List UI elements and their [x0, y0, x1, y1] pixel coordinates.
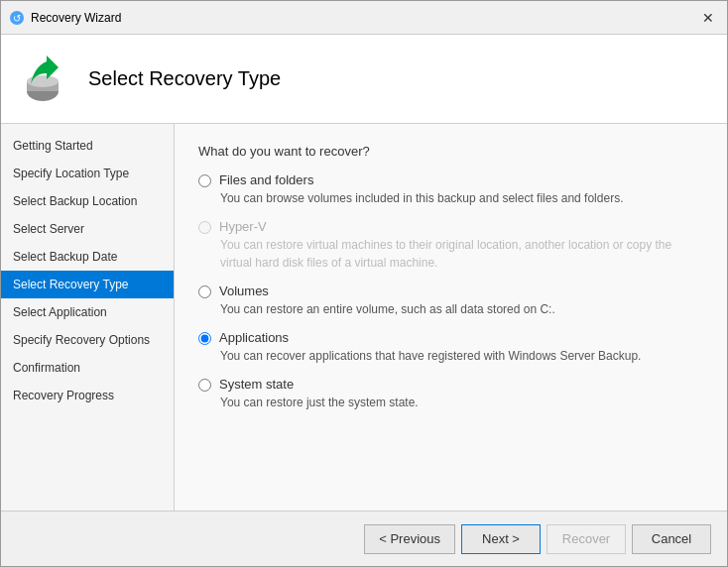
- title-bar-left: ↺ Recovery Wizard: [9, 10, 121, 26]
- window: ↺ Recovery Wizard ✕ Select Recovery Type…: [0, 0, 728, 567]
- question-text: What do you want to recover?: [198, 144, 703, 159]
- label-files-and-folders[interactable]: Files and folders: [219, 172, 313, 187]
- desc-hyper-v: You can restore virtual machines to thei…: [220, 236, 703, 272]
- radio-applications[interactable]: [198, 332, 211, 345]
- header-icon: [21, 54, 72, 105]
- option-row-system-state: System state: [198, 377, 703, 392]
- radio-volumes[interactable]: [198, 285, 211, 298]
- title-bar-text: Recovery Wizard: [31, 11, 121, 25]
- option-applications: Applications You can recover application…: [198, 330, 703, 365]
- option-row-hyperv: Hyper-V: [198, 219, 703, 234]
- close-button[interactable]: ✕: [697, 7, 719, 29]
- sidebar-item-select-recovery-type[interactable]: Select Recovery Type: [1, 271, 174, 298]
- option-row-applications: Applications: [198, 330, 703, 345]
- wizard-icon: [21, 54, 72, 105]
- radio-system-state[interactable]: [198, 379, 211, 392]
- svg-text:↺: ↺: [13, 13, 21, 24]
- cancel-button[interactable]: Cancel: [632, 524, 711, 554]
- titlebar-icon: ↺: [9, 10, 25, 26]
- option-volumes: Volumes You can restore an entire volume…: [198, 284, 703, 318]
- sidebar-item-getting-started[interactable]: Getting Started: [1, 132, 174, 160]
- sidebar-item-select-server[interactable]: Select Server: [1, 215, 174, 243]
- previous-button[interactable]: < Previous: [364, 524, 455, 554]
- option-system-state: System state You can restore just the sy…: [198, 377, 703, 411]
- sidebar-item-select-backup-date[interactable]: Select Backup Date: [1, 243, 174, 271]
- sidebar-item-recovery-progress[interactable]: Recovery Progress: [1, 382, 174, 409]
- page-title: Select Recovery Type: [88, 67, 281, 90]
- option-hyper-v: Hyper-V You can restore virtual machines…: [198, 219, 703, 272]
- option-files-and-folders: Files and folders You can browse volumes…: [198, 172, 703, 207]
- main-content: What do you want to recover? Files and f…: [175, 124, 727, 510]
- label-applications[interactable]: Applications: [219, 330, 289, 345]
- desc-files-and-folders: You can browse volumes included in this …: [220, 189, 703, 207]
- footer: < Previous Next > Recover Cancel: [1, 510, 727, 566]
- sidebar-item-confirmation[interactable]: Confirmation: [1, 354, 174, 382]
- sidebar-item-select-application[interactable]: Select Application: [1, 298, 174, 326]
- sidebar-item-select-backup-location[interactable]: Select Backup Location: [1, 187, 174, 215]
- desc-applications: You can recover applications that have r…: [220, 347, 703, 365]
- option-row-files: Files and folders: [198, 172, 703, 187]
- option-row-volumes: Volumes: [198, 284, 703, 298]
- label-hyper-v: Hyper-V: [219, 219, 267, 234]
- sidebar: Getting Started Specify Location Type Se…: [1, 124, 175, 510]
- label-system-state[interactable]: System state: [219, 377, 294, 392]
- sidebar-item-specify-recovery-options[interactable]: Specify Recovery Options: [1, 326, 174, 354]
- next-button[interactable]: Next >: [461, 524, 541, 554]
- desc-volumes: You can restore an entire volume, such a…: [220, 300, 703, 318]
- label-volumes[interactable]: Volumes: [219, 284, 269, 298]
- content-area: Getting Started Specify Location Type Se…: [1, 124, 727, 510]
- desc-system-state: You can restore just the system state.: [220, 394, 703, 411]
- recover-button[interactable]: Recover: [546, 524, 626, 554]
- radio-hyper-v[interactable]: [198, 221, 211, 234]
- title-bar: ↺ Recovery Wizard ✕: [1, 1, 727, 35]
- radio-files-and-folders[interactable]: [198, 174, 211, 187]
- sidebar-item-specify-location-type[interactable]: Specify Location Type: [1, 160, 174, 187]
- header-area: Select Recovery Type: [1, 35, 727, 124]
